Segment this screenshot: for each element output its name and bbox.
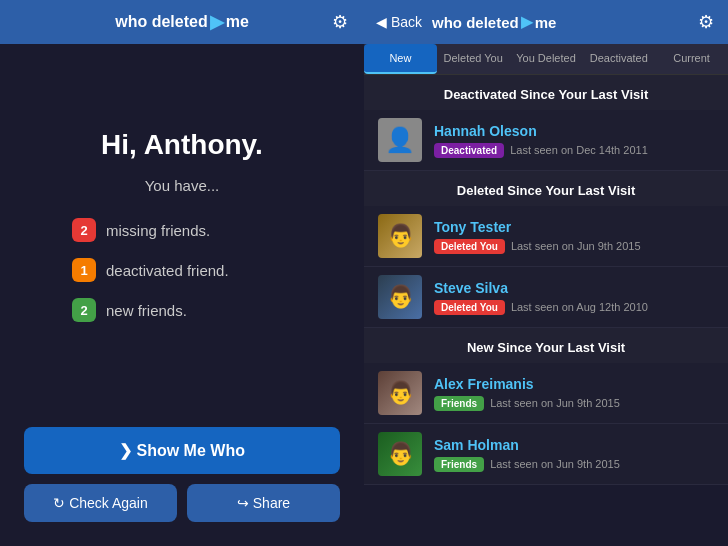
friend-info-sam: Sam Holman Friends Last seen on Jun 9th … (434, 437, 714, 472)
avatar-steve-icon: 👨 (387, 284, 414, 310)
left-settings-icon[interactable]: ⚙ (332, 11, 348, 33)
section-header-new: New Since Your Last Visit (364, 328, 728, 363)
missing-label: missing friends. (106, 222, 210, 239)
friend-info-alex: Alex Freimanis Friends Last seen on Jun … (434, 376, 714, 411)
tab-deleted-you[interactable]: Deleted You (437, 44, 510, 74)
left-panel: who deleted ▶ me ⚙ Hi, Anthony. You have… (0, 0, 364, 546)
right-app-title: who deleted ▶ me (432, 13, 556, 31)
last-seen-steve: Last seen on Aug 12th 2010 (511, 301, 648, 313)
avatar-steve: 👨 (378, 275, 422, 319)
new-badge: 2 (72, 298, 96, 322)
last-seen-tony: Last seen on Jun 9th 2015 (511, 240, 641, 252)
back-button[interactable]: ◀ Back (376, 14, 422, 30)
avatar-sam: 👨 (378, 432, 422, 476)
left-title-me: me (226, 13, 249, 31)
tab-current[interactable]: Current (655, 44, 728, 74)
new-label: new friends. (106, 302, 187, 319)
right-content: Deactivated Since Your Last Visit 👤 Hann… (364, 75, 728, 546)
stat-row-missing: 2 missing friends. (72, 218, 292, 242)
friend-name-hannah: Hannah Oleson (434, 123, 714, 139)
right-title-text: who deleted (432, 14, 519, 31)
avatar-alex-icon: 👨 (387, 380, 414, 406)
friend-meta-steve: Deleted You Last seen on Aug 12th 2010 (434, 300, 714, 315)
check-again-button[interactable]: ↻ Check Again (24, 484, 177, 522)
friend-name-sam: Sam Holman (434, 437, 714, 453)
left-app-title: who deleted ▶ me (115, 11, 249, 33)
deactivated-label: deactivated friend. (106, 262, 229, 279)
left-header: who deleted ▶ me ⚙ (0, 0, 364, 44)
left-content: Hi, Anthony. You have... 2 missing frien… (0, 44, 364, 411)
friend-name-alex: Alex Freimanis (434, 376, 714, 392)
friend-row-steve: 👨 Steve Silva Deleted You Last seen on A… (364, 267, 728, 328)
friend-info-hannah: Hannah Oleson Deactivated Last seen on D… (434, 123, 714, 158)
friend-name-steve: Steve Silva (434, 280, 714, 296)
you-have-text: You have... (145, 177, 220, 194)
friend-info-tony: Tony Tester Deleted You Last seen on Jun… (434, 219, 714, 254)
right-title-arrow: ▶ (521, 13, 533, 31)
tab-you-deleted[interactable]: You Deleted (510, 44, 583, 74)
avatar-tony-icon: 👨 (387, 223, 414, 249)
avatar-placeholder-icon: 👤 (385, 126, 415, 154)
show-me-who-button[interactable]: ❯ Show Me Who (24, 427, 340, 474)
avatar-alex: 👨 (378, 371, 422, 415)
bottom-button-row: ↻ Check Again ↪ Share (24, 484, 340, 522)
status-badge-tony: Deleted You (434, 239, 505, 254)
friend-meta-hannah: Deactivated Last seen on Dec 14th 2011 (434, 143, 714, 158)
share-button[interactable]: ↪ Share (187, 484, 340, 522)
tab-deactivated[interactable]: Deactivated (582, 44, 655, 74)
right-header: ◀ Back who deleted ▶ me ⚙ (364, 0, 728, 44)
status-badge-sam: Friends (434, 457, 484, 472)
right-panel: ◀ Back who deleted ▶ me ⚙ New Deleted Yo… (364, 0, 728, 546)
missing-badge: 2 (72, 218, 96, 242)
right-title-me: me (535, 14, 557, 31)
friend-row-hannah: 👤 Hannah Oleson Deactivated Last seen on… (364, 110, 728, 171)
right-settings-icon[interactable]: ⚙ (698, 11, 714, 33)
tabs-bar: New Deleted You You Deleted Deactivated … (364, 44, 728, 75)
friend-row-tony: 👨 Tony Tester Deleted You Last seen on J… (364, 206, 728, 267)
status-badge-steve: Deleted You (434, 300, 505, 315)
friend-info-steve: Steve Silva Deleted You Last seen on Aug… (434, 280, 714, 315)
friend-meta-alex: Friends Last seen on Jun 9th 2015 (434, 396, 714, 411)
left-title-arrow: ▶ (210, 11, 224, 33)
friend-row-alex: 👨 Alex Freimanis Friends Last seen on Ju… (364, 363, 728, 424)
left-buttons: ❯ Show Me Who ↻ Check Again ↪ Share (0, 411, 364, 546)
greeting-text: Hi, Anthony. (101, 129, 263, 161)
deactivated-badge: 1 (72, 258, 96, 282)
friend-meta-tony: Deleted You Last seen on Jun 9th 2015 (434, 239, 714, 254)
stat-row-deactivated: 1 deactivated friend. (72, 258, 292, 282)
tab-new[interactable]: New (364, 44, 437, 74)
friend-name-tony: Tony Tester (434, 219, 714, 235)
stat-row-new: 2 new friends. (72, 298, 292, 322)
friend-row-sam: 👨 Sam Holman Friends Last seen on Jun 9t… (364, 424, 728, 485)
last-seen-hannah: Last seen on Dec 14th 2011 (510, 144, 648, 156)
last-seen-sam: Last seen on Jun 9th 2015 (490, 458, 620, 470)
section-header-deleted: Deleted Since Your Last Visit (364, 171, 728, 206)
left-title-text: who deleted (115, 13, 207, 31)
last-seen-alex: Last seen on Jun 9th 2015 (490, 397, 620, 409)
avatar-tony: 👨 (378, 214, 422, 258)
status-badge-hannah: Deactivated (434, 143, 504, 158)
section-header-deactivated: Deactivated Since Your Last Visit (364, 75, 728, 110)
status-badge-alex: Friends (434, 396, 484, 411)
friend-meta-sam: Friends Last seen on Jun 9th 2015 (434, 457, 714, 472)
avatar-hannah: 👤 (378, 118, 422, 162)
avatar-sam-icon: 👨 (387, 441, 414, 467)
